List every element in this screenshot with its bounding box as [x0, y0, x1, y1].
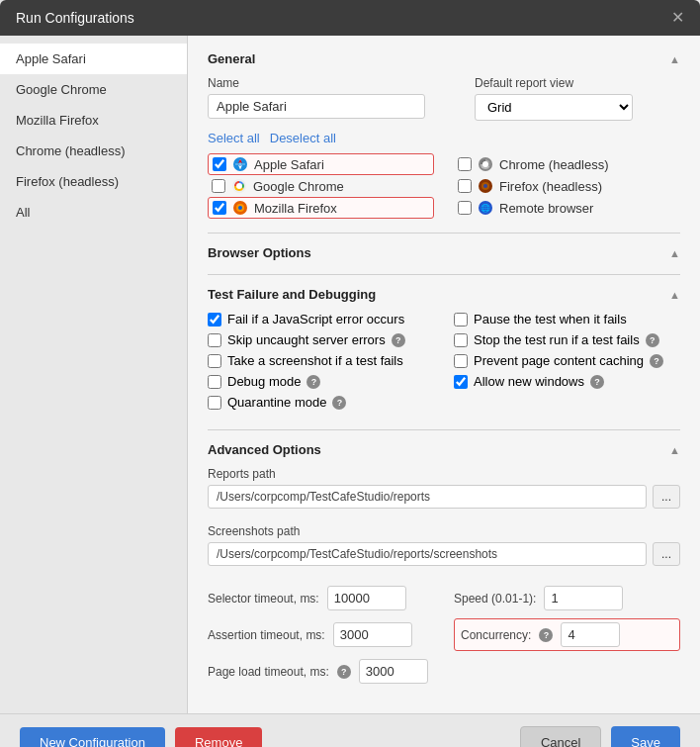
footer-left: New Configuration Remove: [20, 727, 262, 747]
dialog-body: Apple Safari Google Chrome Mozilla Firef…: [0, 36, 700, 713]
sidebar-item-mozilla-firefox[interactable]: Mozilla Firefox: [0, 105, 187, 136]
name-report-row: Name Default report view Grid: [208, 76, 680, 121]
assertion-timeout-input[interactable]: [333, 622, 412, 647]
browser-apple-safari: Apple Safari: [208, 153, 434, 175]
safari-icon: [232, 156, 248, 172]
concurrency-help-icon[interactable]: ?: [539, 628, 553, 642]
screenshots-path-input[interactable]: [208, 542, 647, 566]
pause-on-fail-checkbox[interactable]: [454, 313, 468, 327]
browser-chrome-headless-checkbox[interactable]: [458, 157, 472, 171]
speed-input[interactable]: [544, 586, 623, 610]
firefox-headless-icon: [478, 178, 493, 194]
opt-debug-mode: Debug mode ?: [208, 374, 434, 389]
sidebar-item-google-chrome[interactable]: Google Chrome: [0, 74, 187, 105]
pause-on-fail-label: Pause the test when it fails: [474, 312, 627, 327]
browser-remote-label: Remote browser: [499, 201, 593, 216]
sidebar-item-chrome-headless[interactable]: Chrome (headless): [0, 136, 187, 166]
debug-mode-label: Debug mode: [227, 374, 301, 389]
skip-uncaught-help-icon[interactable]: ?: [392, 333, 405, 347]
reports-path-row: ...: [208, 485, 680, 509]
sidebar-item-all[interactable]: All: [0, 197, 187, 228]
sidebar-item-firefox-headless[interactable]: Firefox (headless): [0, 166, 187, 197]
general-section-header: General ▲: [208, 51, 680, 66]
allow-new-windows-checkbox[interactable]: [454, 375, 468, 389]
cancel-button[interactable]: Cancel: [520, 726, 601, 747]
svg-point-9: [238, 206, 242, 210]
opt-pause-on-fail: Pause the test when it fails: [454, 312, 680, 327]
svg-point-11: [482, 161, 488, 167]
chrome-icon: [231, 178, 247, 194]
name-input[interactable]: [208, 94, 425, 119]
chrome-headless-icon: [478, 156, 493, 172]
browser-options-header: Browser Options ▲: [208, 245, 680, 260]
stop-on-fail-help-icon[interactable]: ?: [646, 333, 659, 347]
quarantine-mode-checkbox[interactable]: [208, 396, 221, 410]
page-load-timeout-help-icon[interactable]: ?: [337, 665, 351, 679]
deselect-all-link[interactable]: Deselect all: [270, 131, 336, 145]
test-failure-right: Pause the test when it fails Stop the te…: [454, 312, 680, 416]
browser-right-col: Chrome (headless) Firefox (headless): [454, 153, 680, 219]
reports-browse-button[interactable]: ...: [653, 485, 680, 509]
browser-options-title: Browser Options: [208, 245, 311, 260]
run-configurations-dialog: Run Configurations ✕ Apple Safari Google…: [0, 0, 700, 747]
allow-new-windows-help-icon[interactable]: ?: [590, 375, 604, 389]
quarantine-mode-label: Quarantine mode: [227, 395, 326, 410]
svg-text:🌐: 🌐: [481, 203, 490, 213]
select-all-link[interactable]: Select all: [208, 131, 260, 145]
screenshots-path-row: ...: [208, 542, 680, 566]
advanced-collapse-icon[interactable]: ▲: [669, 444, 680, 456]
browser-remote-checkbox[interactable]: [458, 201, 472, 215]
general-section-title: General: [208, 51, 255, 66]
stop-on-fail-checkbox[interactable]: [454, 333, 468, 347]
browser-google-chrome: Google Chrome: [208, 175, 434, 197]
assertion-timeout-label: Assertion timeout, ms:: [208, 628, 325, 642]
close-button[interactable]: ✕: [671, 10, 684, 26]
skip-uncaught-label: Skip uncaught server errors: [227, 332, 386, 347]
numeric-fields-grid: Selector timeout, ms: Speed (0.01-1): As…: [208, 586, 680, 684]
browser-options-collapse-icon[interactable]: ▲: [669, 247, 680, 259]
browser-google-chrome-checkbox[interactable]: [212, 179, 225, 193]
remote-browser-icon: 🌐: [478, 200, 493, 216]
remove-button[interactable]: Remove: [175, 727, 262, 747]
debug-mode-help-icon[interactable]: ?: [306, 375, 320, 389]
quarantine-mode-help-icon[interactable]: ?: [332, 396, 346, 410]
opt-stop-on-fail: Stop the test run if a test fails ?: [454, 332, 680, 347]
new-configuration-button[interactable]: New Configuration: [20, 727, 165, 747]
browser-mozilla-firefox-checkbox[interactable]: [213, 201, 226, 215]
browser-firefox-headless-checkbox[interactable]: [458, 179, 472, 193]
selector-timeout-input[interactable]: [327, 586, 406, 610]
select-links-row: Select all Deselect all: [208, 131, 680, 145]
report-group: Default report view Grid: [475, 76, 633, 121]
general-collapse-icon[interactable]: ▲: [669, 53, 680, 65]
advanced-section-title: Advanced Options: [208, 442, 321, 457]
browser-apple-safari-checkbox[interactable]: [213, 157, 226, 171]
browser-firefox-headless: Firefox (headless): [454, 175, 680, 197]
opt-skip-uncaught: Skip uncaught server errors ?: [208, 332, 434, 347]
reports-path-input[interactable]: [208, 485, 647, 509]
reports-path-label: Reports path: [208, 467, 680, 481]
skip-uncaught-checkbox[interactable]: [208, 333, 221, 347]
speed-row: Speed (0.01-1):: [454, 586, 680, 610]
test-failure-left: Fail if a JavaScript error occurs Skip u…: [208, 312, 434, 416]
sidebar-item-apple-safari[interactable]: Apple Safari: [0, 44, 187, 74]
sidebar: Apple Safari Google Chrome Mozilla Firef…: [0, 36, 188, 713]
page-load-timeout-input[interactable]: [359, 659, 428, 684]
prevent-caching-help-icon[interactable]: ?: [650, 354, 663, 368]
screenshots-browse-button[interactable]: ...: [653, 542, 680, 566]
opt-prevent-caching: Prevent page content caching ?: [454, 353, 680, 368]
speed-label: Speed (0.01-1):: [454, 592, 536, 606]
report-select[interactable]: Grid: [475, 94, 633, 121]
save-button[interactable]: Save: [611, 726, 680, 747]
general-section: General ▲ Name Default report view Grid: [208, 51, 680, 219]
browser-apple-safari-label: Apple Safari: [254, 157, 324, 172]
fail-js-error-checkbox[interactable]: [208, 313, 221, 327]
allow-new-windows-label: Allow new windows: [474, 374, 584, 389]
concurrency-input[interactable]: [561, 622, 620, 647]
page-load-timeout-row: Page load timeout, ms: ?: [208, 659, 434, 684]
test-failure-collapse-icon[interactable]: ▲: [669, 289, 680, 301]
debug-mode-checkbox[interactable]: [208, 375, 221, 389]
prevent-caching-checkbox[interactable]: [454, 354, 468, 368]
take-screenshot-checkbox[interactable]: [208, 354, 221, 368]
browser-mozilla-firefox-label: Mozilla Firefox: [254, 201, 337, 216]
reports-path-group: Reports path ...: [208, 467, 680, 516]
